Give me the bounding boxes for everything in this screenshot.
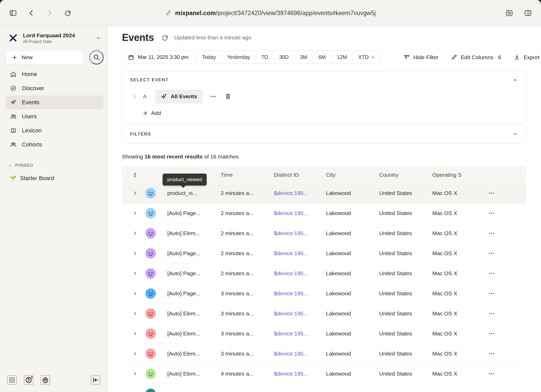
collapse-sidebar-icon[interactable] bbox=[91, 375, 100, 385]
row-actions-button[interactable] bbox=[488, 210, 495, 217]
range-3m[interactable]: 3M bbox=[294, 51, 313, 64]
add-event-button[interactable]: Add bbox=[143, 110, 161, 116]
event-avatar bbox=[145, 389, 156, 392]
row-expand-chevron[interactable] bbox=[132, 271, 138, 276]
row-expand-chevron[interactable] bbox=[132, 231, 138, 236]
row-actions-button[interactable] bbox=[488, 190, 495, 197]
date-picker-button[interactable]: Mar 11, 2025 3:30 pm bbox=[122, 51, 194, 64]
apps-grid-icon[interactable] bbox=[7, 375, 17, 385]
row-expand-chevron[interactable] bbox=[132, 371, 138, 376]
row-actions-button[interactable] bbox=[488, 370, 495, 377]
sidebar-item-label: Home bbox=[22, 71, 37, 78]
row-actions-button[interactable] bbox=[488, 290, 495, 297]
export-button[interactable]: Export bbox=[514, 54, 539, 60]
help-icon[interactable] bbox=[24, 375, 33, 385]
search-button[interactable] bbox=[89, 50, 103, 64]
sidebar-item-discover[interactable]: Discover bbox=[6, 81, 103, 95]
row-actions-button[interactable] bbox=[488, 350, 495, 357]
distinct-id-link[interactable]: $device:195... bbox=[274, 270, 308, 277]
distinct-id-link[interactable]: $device:195... bbox=[274, 310, 308, 317]
row-expand-chevron[interactable] bbox=[132, 351, 138, 356]
row-expand-chevron[interactable] bbox=[132, 251, 138, 256]
table-row[interactable]: [Auto] Page... 2 minutes a... $device:19… bbox=[122, 243, 526, 264]
workspace-switcher[interactable]: Lord Farquaad 2024 All Project Data bbox=[4, 30, 104, 46]
row-expand-chevron[interactable] bbox=[132, 311, 138, 316]
row-expand-chevron[interactable] bbox=[132, 211, 138, 216]
column-header-country[interactable]: Country bbox=[370, 172, 423, 178]
edit-columns-label: Edit Columns · 6 bbox=[461, 54, 501, 60]
notification-dot bbox=[30, 376, 34, 379]
sidebar-item-lexicon[interactable]: Lexicon bbox=[6, 124, 103, 138]
drag-handle-icon[interactable] bbox=[132, 93, 137, 100]
distinct-id-link[interactable]: $device:195... bbox=[274, 371, 308, 377]
page-settings-icon[interactable] bbox=[503, 7, 515, 19]
distinct-id-link[interactable]: $device:195... bbox=[274, 230, 308, 236]
row-expand-chevron[interactable] bbox=[132, 331, 138, 336]
event-selector-chip[interactable]: All Events bbox=[155, 89, 203, 103]
edit-columns-button[interactable]: Edit Columns · 6 bbox=[451, 54, 501, 60]
range-today[interactable]: Today bbox=[196, 51, 221, 64]
row-actions-button[interactable] bbox=[488, 310, 495, 317]
table-row[interactable] bbox=[122, 384, 526, 392]
distinct-id-link[interactable]: $device:195... bbox=[274, 250, 308, 256]
split-view-icon[interactable] bbox=[522, 7, 534, 19]
range-12m[interactable]: 12M bbox=[331, 51, 353, 64]
event-name: product_vi... bbox=[167, 190, 197, 196]
table-row[interactable]: [Auto] Elem... 4 minutes a... $device:19… bbox=[122, 364, 526, 384]
chevron-up-icon[interactable] bbox=[512, 77, 518, 83]
table-row[interactable]: [Auto] Page... 2 minutes a... $device:19… bbox=[122, 203, 526, 223]
collapse-rows-icon[interactable] bbox=[132, 172, 138, 178]
sidebar-item-events[interactable]: Events bbox=[6, 95, 103, 109]
range-30d[interactable]: 30D bbox=[273, 51, 294, 64]
row-actions-button[interactable] bbox=[488, 270, 495, 277]
back-button[interactable] bbox=[25, 7, 38, 19]
row-actions-button[interactable] bbox=[488, 230, 495, 237]
row-expand-chevron[interactable] bbox=[132, 291, 138, 296]
event-city: Lakewood bbox=[326, 371, 351, 377]
row-actions-button[interactable] bbox=[488, 390, 495, 392]
range-xtd[interactable]: XTD bbox=[353, 51, 380, 64]
refresh-icon[interactable] bbox=[161, 34, 168, 41]
sidebar-item-users[interactable]: Users bbox=[6, 109, 103, 124]
table-row[interactable]: [Auto] Elem... 3 minutes a... $device:19… bbox=[122, 344, 526, 364]
sidebar-item-starter-board[interactable]: 🌱 Starter Board bbox=[4, 174, 104, 182]
event-os: Mac OS X bbox=[432, 230, 457, 236]
distinct-id-link[interactable]: $device:195... bbox=[274, 351, 308, 357]
column-header-distinct-id[interactable]: Distinct ID bbox=[265, 172, 317, 178]
row-expand-chevron[interactable] bbox=[132, 191, 138, 196]
table-row[interactable]: [Auto] Elem... 2 minutes a... $device:19… bbox=[122, 223, 526, 243]
row-actions-button[interactable] bbox=[488, 250, 495, 257]
sidebar-nav: Home Discover Events bbox=[4, 67, 104, 152]
row-actions-button[interactable] bbox=[488, 330, 495, 337]
trash-icon[interactable] bbox=[225, 93, 231, 100]
column-header-city[interactable]: City bbox=[317, 172, 370, 178]
sidebar-toggle-icon[interactable] bbox=[7, 7, 19, 19]
column-header-time[interactable]: Time bbox=[212, 172, 265, 178]
table-row[interactable]: [Auto] Elem... 3 minutes a... $device:19… bbox=[122, 304, 526, 324]
sidebar-item-cohorts[interactable]: Cohorts bbox=[6, 138, 103, 152]
address-bar[interactable]: mixpanel.com/project/3472420/view/397469… bbox=[165, 9, 376, 16]
event-os: Mac OS X bbox=[432, 330, 457, 337]
reload-button[interactable] bbox=[62, 7, 74, 19]
event-time: 3 minutes a... bbox=[221, 351, 254, 357]
range-7d[interactable]: 7D bbox=[256, 51, 274, 64]
chevron-down-icon[interactable] bbox=[512, 131, 518, 137]
range-6m[interactable]: 6M bbox=[313, 51, 331, 64]
event-time: 2 minutes a... bbox=[221, 270, 254, 277]
table-row[interactable]: [Auto] Page... 2 minutes a... $device:19… bbox=[122, 264, 526, 284]
range-yesterday[interactable]: Yesterday bbox=[222, 51, 256, 64]
forward-button[interactable] bbox=[43, 7, 56, 19]
distinct-id-link[interactable]: $device:195... bbox=[274, 330, 308, 337]
new-button[interactable]: New bbox=[6, 50, 84, 65]
gear-icon[interactable] bbox=[41, 375, 50, 385]
distinct-id-link[interactable]: $device:195... bbox=[274, 190, 308, 196]
distinct-id-link[interactable]: $device:195... bbox=[274, 210, 308, 216]
pinned-section-header[interactable]: PINNED bbox=[4, 163, 104, 168]
distinct-id-link[interactable]: $device:195... bbox=[274, 290, 308, 297]
hide-filter-button[interactable]: Hide Filter bbox=[403, 54, 438, 60]
sidebar-item-home[interactable]: Home bbox=[6, 67, 103, 81]
table-row[interactable]: [Auto] Elem... 3 minutes a... $device:19… bbox=[122, 324, 526, 344]
column-header-os[interactable]: Operating S bbox=[423, 172, 476, 178]
event-more-button[interactable] bbox=[210, 93, 217, 100]
table-row[interactable]: [Auto] Page... 3 minutes a... $device:19… bbox=[122, 284, 526, 304]
